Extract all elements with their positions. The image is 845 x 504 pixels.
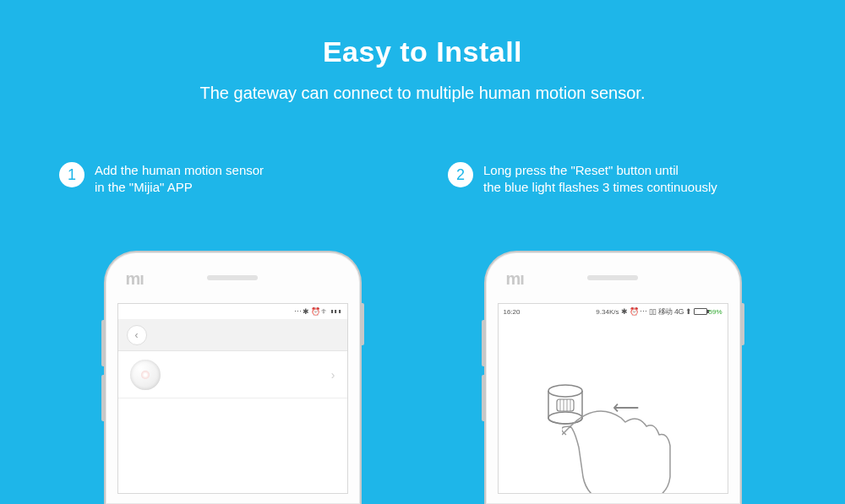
- back-button[interactable]: ‹: [127, 325, 147, 345]
- mi-logo-icon: mı: [126, 269, 144, 289]
- phone-bezel-top: mı: [106, 252, 360, 303]
- step-number-badge: 2: [448, 162, 473, 187]
- phone-mockup-1: mı ⋯ ✱ ⏰ ᯤ ▮▮▮ ‹ ›: [104, 251, 362, 504]
- battery-icon: 59%: [694, 308, 722, 316]
- nav-bar: ‹: [118, 319, 347, 351]
- step-1: 1 Add the human motion sensor in the "Mi…: [59, 162, 397, 197]
- header: Easy to Install The gateway can connect …: [0, 0, 845, 103]
- motion-sensor-icon: [130, 360, 161, 390]
- hand-pointing-icon: [562, 397, 689, 494]
- step-1-text: Add the human motion sensor in the "Miji…: [95, 162, 264, 197]
- step-number-badge: 1: [59, 162, 84, 187]
- phone-side-button-icon: [101, 375, 104, 421]
- status-time: 16:20: [504, 308, 521, 316]
- status-speed: 9.34K/s: [596, 308, 619, 316]
- svg-point-0: [548, 385, 582, 397]
- phone-side-button-icon: [482, 375, 484, 421]
- speaker-icon: [207, 275, 258, 280]
- status-icons: ✱ ⏰ ⋯ ▯▯ 移动 4G ⬆: [621, 306, 691, 317]
- chevron-right-icon: ›: [331, 368, 335, 382]
- page-subtitle: The gateway can connect to multiple huma…: [0, 84, 845, 103]
- step-2-text: Long press the "Reset" button until the …: [483, 162, 717, 197]
- page-title: Easy to Install: [0, 35, 845, 68]
- status-bar: 16:20 9.34K/s ✱ ⏰ ⋯ ▯▯ 移动 4G ⬆ 59%: [499, 304, 728, 319]
- phone-bezel-top: mı: [486, 252, 740, 303]
- device-list-item[interactable]: ›: [118, 351, 347, 398]
- battery-percent: 59%: [708, 308, 722, 316]
- speaker-icon: [587, 275, 638, 280]
- steps-row: 1 Add the human motion sensor in the "Mi…: [0, 162, 845, 197]
- phone-mockup-2: mı 16:20 9.34K/s ✱ ⏰ ⋯ ▯▯ 移动 4G ⬆ 59%: [484, 251, 742, 504]
- chevron-left-icon: ‹: [135, 329, 139, 341]
- phones-row: mı ⋯ ✱ ⏰ ᯤ ▮▮▮ ‹ › mı 16:: [0, 251, 845, 504]
- phone-1-screen: ⋯ ✱ ⏰ ᯤ ▮▮▮ ‹ ›: [117, 303, 348, 494]
- status-icons: ⋯ ✱ ⏰ ᯤ ▮▮▮: [294, 307, 342, 316]
- instruction-illustration: ⟵: [499, 350, 728, 493]
- mi-logo-icon: mı: [506, 269, 524, 289]
- status-bar: ⋯ ✱ ⏰ ᯤ ▮▮▮: [118, 304, 347, 319]
- phone-2-screen: 16:20 9.34K/s ✱ ⏰ ⋯ ▯▯ 移动 4G ⬆ 59%: [498, 303, 728, 494]
- step-2: 2 Long press the "Reset" button until th…: [448, 162, 786, 197]
